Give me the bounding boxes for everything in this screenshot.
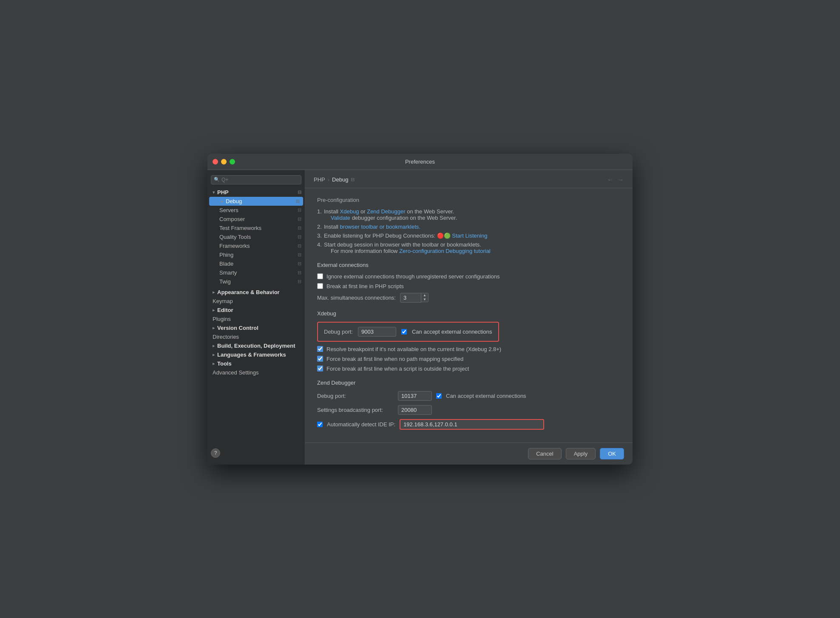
maximize-button[interactable] bbox=[230, 159, 235, 164]
chevron-right-icon: ▸ bbox=[221, 199, 223, 204]
sidebar-item-plugins[interactable]: Plugins bbox=[207, 315, 305, 323]
sidebar-item-quality-tools[interactable]: Quality Tools ⊟ bbox=[207, 232, 305, 241]
max-connections-row: Max. simultaneous connections: ▲ ▼ bbox=[317, 293, 621, 303]
xdebug-can-accept-label: Can accept external connections bbox=[412, 329, 492, 335]
breadcrumb-separator: › bbox=[328, 176, 329, 183]
sidebar-item-label: Directories bbox=[213, 334, 239, 340]
breadcrumb-parent: PHP bbox=[314, 176, 325, 183]
sidebar-item-smarty[interactable]: Smarty ⊟ bbox=[207, 268, 305, 277]
sidebar-item-languages-frameworks[interactable]: ▸ Languages & Frameworks bbox=[207, 350, 305, 359]
chevron-down-icon: ▾ bbox=[213, 190, 215, 195]
sidebar-item-directories[interactable]: Directories bbox=[207, 332, 305, 341]
zend-settings-port-row: Settings broadcasting port: bbox=[317, 405, 621, 415]
sidebar-item-label: Keymap bbox=[213, 298, 233, 304]
chevron-right-icon: ▸ bbox=[213, 361, 215, 366]
zero-config-link[interactable]: Zero-configuration Debugging tutorial bbox=[399, 248, 491, 254]
window-controls bbox=[213, 159, 235, 164]
browser-toolbar-link[interactable]: browser toolbar or bookmarklets. bbox=[340, 224, 420, 230]
zend-debugger-title: Zend Debugger bbox=[317, 380, 621, 386]
sidebar-item-appearance-behavior[interactable]: ▸ Appearance & Behavior bbox=[207, 288, 305, 297]
forward-arrow-icon[interactable]: → bbox=[617, 176, 624, 184]
sidebar-item-php[interactable]: ▾ PHP ⊟ bbox=[207, 188, 305, 197]
sidebar-item-label: Quality Tools bbox=[219, 234, 251, 240]
validate-link[interactable]: Validate bbox=[331, 215, 350, 221]
sidebar-item-servers[interactable]: Servers ⊟ bbox=[207, 206, 305, 215]
zend-can-accept-checkbox[interactable] bbox=[436, 393, 442, 399]
sidebar-item-label: Phing bbox=[219, 252, 233, 258]
xdebug-title: Xdebug bbox=[317, 310, 621, 317]
sidebar-item-keymap[interactable]: Keymap bbox=[207, 297, 305, 306]
zend-auto-detect-checkbox[interactable] bbox=[317, 422, 323, 427]
xdebug-link[interactable]: Xdebug bbox=[340, 208, 359, 215]
spinner-up-button[interactable]: ▲ bbox=[421, 293, 428, 298]
sidebar-item-composer[interactable]: Composer ⊟ bbox=[207, 215, 305, 224]
sync-icon: ⊟ bbox=[296, 198, 300, 204]
resolve-breakpoint-checkbox[interactable] bbox=[317, 346, 323, 352]
search-input[interactable] bbox=[221, 177, 298, 183]
preconfiguration-title: Pre-configuration bbox=[317, 197, 621, 203]
step-number: 4. bbox=[317, 241, 322, 248]
preconfiguration-section: 1. Install Xdebug or Zend Debugger on th… bbox=[317, 208, 621, 254]
sync-icon: ⊟ bbox=[298, 207, 301, 213]
force-break-outside-checkbox[interactable] bbox=[317, 366, 323, 371]
force-break-path-checkbox[interactable] bbox=[317, 356, 323, 362]
zend-port-input[interactable] bbox=[398, 391, 432, 401]
sidebar-item-test-frameworks[interactable]: Test Frameworks ⊟ bbox=[207, 224, 305, 232]
back-arrow-icon[interactable]: ← bbox=[607, 176, 614, 184]
validate-line: Validate debugger configuration on the W… bbox=[324, 215, 621, 221]
breadcrumb: PHP › Debug ⊟ bbox=[314, 176, 355, 183]
xdebug-port-input[interactable] bbox=[358, 327, 396, 337]
footer: Cancel Apply OK bbox=[305, 442, 633, 465]
sidebar-item-tools[interactable]: ▸ Tools bbox=[207, 359, 305, 368]
help-button[interactable]: ? bbox=[211, 448, 220, 458]
sidebar-item-version-control[interactable]: ▸ Version Control bbox=[207, 323, 305, 332]
force-break-path-label: Force break at first line when no path m… bbox=[326, 356, 463, 362]
sidebar-item-label: Blade bbox=[219, 261, 233, 267]
sidebar-item-frameworks[interactable]: Frameworks ⊟ bbox=[207, 241, 305, 250]
spinner-down-button[interactable]: ▼ bbox=[421, 298, 428, 302]
zend-auto-detect-input[interactable] bbox=[400, 419, 544, 430]
resolve-breakpoint-row: Resolve breakpoint if it's not available… bbox=[317, 346, 621, 352]
preconfiguration-step-1: 1. Install Xdebug or Zend Debugger on th… bbox=[317, 208, 621, 221]
xdebug-can-accept-checkbox[interactable] bbox=[401, 329, 407, 335]
sync-icon: ⊟ bbox=[298, 270, 301, 275]
sidebar-item-phing[interactable]: Phing ⊟ bbox=[207, 250, 305, 259]
sidebar-item-twig[interactable]: Twig ⊟ bbox=[207, 277, 305, 286]
more-info-line: For more information follow Zero-configu… bbox=[324, 248, 621, 254]
xdebug-port-row: Debug port: Can accept external connecti… bbox=[324, 327, 492, 337]
zend-debugger-link[interactable]: Zend Debugger bbox=[367, 208, 405, 215]
ignore-external-checkbox[interactable] bbox=[317, 273, 323, 279]
external-connections-heading: External connections bbox=[317, 262, 621, 268]
zend-settings-port-input[interactable] bbox=[398, 405, 432, 415]
chevron-right-icon: ▸ bbox=[213, 343, 215, 348]
sidebar-item-label: Tools bbox=[217, 360, 232, 367]
close-button[interactable] bbox=[213, 159, 218, 164]
sidebar-item-build-execution[interactable]: ▸ Build, Execution, Deployment bbox=[207, 341, 305, 350]
apply-button[interactable]: Apply bbox=[566, 448, 596, 459]
preconfiguration-step-4: 4. Start debug session in browser with t… bbox=[317, 241, 621, 254]
zend-port-label: Debug port: bbox=[317, 393, 394, 399]
breadcrumb-current: Debug bbox=[332, 176, 348, 183]
cancel-button[interactable]: Cancel bbox=[528, 448, 561, 459]
force-break-path-row: Force break at first line when no path m… bbox=[317, 356, 621, 362]
sidebar-item-blade[interactable]: Blade ⊟ bbox=[207, 259, 305, 268]
zend-settings-port-label: Settings broadcasting port: bbox=[317, 407, 394, 413]
max-connections-input[interactable] bbox=[400, 293, 421, 303]
minimize-button[interactable] bbox=[221, 159, 227, 164]
sync-icon: ⊟ bbox=[298, 261, 301, 266]
sync-icon: ⊟ bbox=[298, 216, 301, 222]
sidebar-item-label: Composer bbox=[219, 216, 245, 222]
xdebug-port-label: Debug port: bbox=[324, 329, 353, 335]
break-first-line-checkbox[interactable] bbox=[317, 283, 323, 289]
xdebug-section: Xdebug Debug port: Can accept external c… bbox=[317, 310, 621, 372]
sidebar-footer: ? bbox=[207, 445, 305, 461]
start-listening-link[interactable]: Start Listening bbox=[452, 232, 487, 239]
search-box[interactable]: 🔍 bbox=[211, 175, 301, 184]
sidebar-item-debug[interactable]: ▸ Debug ⊟ bbox=[209, 197, 303, 206]
sidebar-item-advanced-settings[interactable]: Advanced Settings bbox=[207, 368, 305, 377]
ok-button[interactable]: OK bbox=[600, 448, 624, 459]
sync-icon: ⊟ bbox=[298, 243, 301, 249]
sidebar-item-editor[interactable]: ▸ Editor bbox=[207, 306, 305, 315]
main-content-area: 🔍 ▾ PHP ⊟ ▸ Debug ⊟ Servers ⊟ C bbox=[207, 170, 633, 465]
break-first-line-row: Break at first line in PHP scripts bbox=[317, 283, 621, 289]
